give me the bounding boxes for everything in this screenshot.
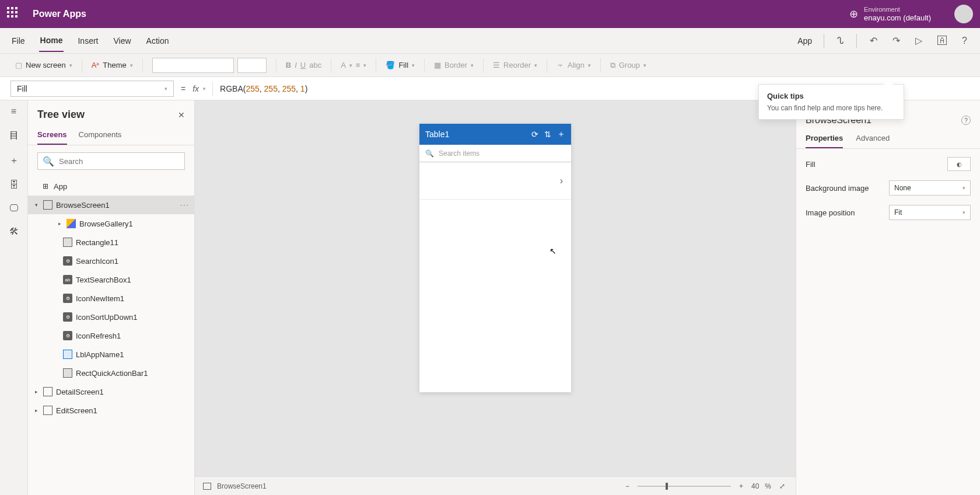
user-avatar[interactable] xyxy=(954,5,973,23)
sort-icon[interactable]: ⇅ xyxy=(544,130,551,139)
strikethrough-button[interactable]: abc xyxy=(309,61,321,69)
border-icon: ▦ xyxy=(434,61,441,69)
tree-node-app[interactable]: ⊞ App xyxy=(28,177,194,196)
main-layout: ≡ ⽬ ＋ 🗄 🖵 🛠 Tree view ✕ Screens Componen… xyxy=(0,100,980,495)
zoom-in-button[interactable]: + xyxy=(737,482,746,490)
bold-button[interactable]: B xyxy=(286,61,291,69)
menu-home[interactable]: Home xyxy=(39,30,64,52)
menu-insert[interactable]: Insert xyxy=(76,30,99,51)
add-icon[interactable]: ＋ xyxy=(557,129,565,140)
new-screen-button[interactable]: New screen▾ xyxy=(26,61,72,69)
tree-node-browsescreen[interactable]: ▾ BrowseScreen1 ··· xyxy=(28,196,194,214)
reorder-icon: ☰ xyxy=(493,61,500,69)
play-icon[interactable]: ▷ xyxy=(913,33,925,48)
phone-preview[interactable]: Table1 ⟳ ⇅ ＋ 🔍 Search items › xyxy=(419,124,571,392)
tree-node-rectquickactionbar1[interactable]: RectQuickActionBar1 xyxy=(28,364,194,382)
zoom-slider[interactable] xyxy=(638,486,731,487)
prop-tab-properties[interactable]: Properties xyxy=(806,134,843,148)
tree-node-iconrefresh1[interactable]: ⚙ IconRefresh1 xyxy=(28,326,194,345)
phone-header: Table1 ⟳ ⇅ ＋ xyxy=(419,124,571,145)
tree-close-icon[interactable]: ✕ xyxy=(178,110,185,120)
formula-bar: Fill▾ = fx▾ RGBA(255, 255, 255, 1) Quick… xyxy=(0,77,980,100)
search-icon: 🔍 xyxy=(425,149,434,158)
tree-node-detailscreen[interactable]: ▸ DetailScreen1 xyxy=(28,382,194,401)
chevron-right-icon[interactable]: ▸ xyxy=(33,389,40,395)
imgpos-dropdown[interactable]: Fit▾ xyxy=(889,205,971,220)
fill-color-swatch[interactable]: ◐ xyxy=(947,157,971,171)
screen-icon xyxy=(43,200,52,210)
screen-icon xyxy=(43,406,52,415)
chevron-right-icon[interactable]: ▸ xyxy=(56,221,63,226)
menu-action[interactable]: Action xyxy=(145,30,170,51)
waffle-icon[interactable] xyxy=(7,7,21,21)
zoom-out-button[interactable]: − xyxy=(623,482,632,490)
bgimage-dropdown[interactable]: None▾ xyxy=(889,180,971,196)
menu-file[interactable]: File xyxy=(10,30,26,51)
font-size-select[interactable] xyxy=(237,58,267,73)
search-icon: 🔍 xyxy=(43,156,54,167)
group-button[interactable]: Group▾ xyxy=(619,61,646,69)
align-icon: ⫟ xyxy=(556,61,564,69)
rail-hamburger-icon[interactable]: ≡ xyxy=(11,106,16,117)
gallery-row[interactable]: › xyxy=(419,162,571,200)
chevron-right-icon[interactable]: ▸ xyxy=(33,407,40,413)
text-align-button[interactable]: ≡▾ xyxy=(356,61,367,69)
share-icon[interactable]: 🄰 xyxy=(935,33,949,48)
tree-node-editscreen[interactable]: ▸ EditScreen1 xyxy=(28,401,194,420)
more-icon[interactable]: ··· xyxy=(180,201,190,209)
undo-icon[interactable]: ↶ xyxy=(867,33,880,48)
fit-screen-icon[interactable]: ⤢ xyxy=(777,482,788,490)
environment-label: Environment xyxy=(864,6,931,13)
rail-media-icon[interactable]: 🖵 xyxy=(9,203,19,214)
app-checker-icon[interactable]: ᔐ xyxy=(835,33,846,48)
help-icon[interactable]: ? xyxy=(960,33,970,48)
tree-node-iconnewitem1[interactable]: ⚙ IconNewItem1 xyxy=(28,289,194,308)
tree-tab-components[interactable]: Components xyxy=(79,126,122,145)
environment-icon: ⊕ xyxy=(849,8,858,20)
tree-search-input[interactable] xyxy=(59,157,180,166)
screen-icon xyxy=(203,483,211,490)
app-header: Power Apps ⊕ Environment enayu.com (defa… xyxy=(0,0,980,28)
tree-node-gallery[interactable]: ▸ BrowseGallery1 xyxy=(28,214,194,233)
border-button[interactable]: Border▾ xyxy=(444,61,474,69)
theme-button[interactable]: Theme▾ xyxy=(103,61,132,69)
info-icon[interactable]: ? xyxy=(961,116,971,125)
font-family-select[interactable] xyxy=(152,58,234,73)
tree-node-searchicon1[interactable]: ⚙ SearchIcon1 xyxy=(28,252,194,270)
tree-node-iconsortupdown1[interactable]: ⚙ IconSortUpDown1 xyxy=(28,308,194,326)
tree-title: Tree view xyxy=(37,109,85,121)
theme-icon: Aᵃ xyxy=(92,61,100,69)
label-icon xyxy=(63,350,72,359)
underline-button[interactable]: U xyxy=(300,61,306,69)
footer-screen-name: BrowseScreen1 xyxy=(217,482,267,490)
tree-node-lblappname1[interactable]: LblAppName1 xyxy=(28,345,194,364)
prop-tab-advanced[interactable]: Advanced xyxy=(856,134,890,148)
refresh-icon[interactable]: ⟳ xyxy=(531,130,538,139)
formula-input[interactable]: RGBA(255, 255, 255, 1) xyxy=(220,84,307,93)
font-color-button[interactable]: A▾ xyxy=(341,61,352,69)
rail-tools-icon[interactable]: 🛠 xyxy=(9,226,19,237)
tree-node-rectangle11[interactable]: Rectangle11 xyxy=(28,233,194,252)
chevron-down-icon[interactable]: ▾ xyxy=(33,202,40,208)
reorder-button[interactable]: Reorder▾ xyxy=(503,61,537,69)
tree-panel: Tree view ✕ Screens Components 🔍 ⊞ App ▾… xyxy=(28,100,195,495)
rail-tree-icon[interactable]: ⽬ xyxy=(9,130,19,142)
left-rail: ≡ ⽬ ＋ 🗄 🖵 🛠 xyxy=(0,100,28,495)
app-settings-button[interactable]: App xyxy=(796,30,813,51)
redo-icon[interactable]: ↷ xyxy=(890,33,902,48)
canvas-stage[interactable]: Table1 ⟳ ⇅ ＋ 🔍 Search items › ↖ xyxy=(195,100,796,476)
fx-button[interactable]: fx▾ xyxy=(192,84,205,93)
environment-picker[interactable]: ⊕ Environment enayu.com (default) xyxy=(849,6,931,23)
fill-button[interactable]: Fill▾ xyxy=(398,61,415,69)
properties-panel: SCREEN BrowseScreen1 ? Properties Advanc… xyxy=(796,100,980,495)
italic-button[interactable]: I xyxy=(295,61,297,69)
menu-view[interactable]: View xyxy=(112,30,132,51)
tree-search[interactable]: 🔍 xyxy=(37,152,185,170)
tree-node-textsearchbox1[interactable]: ab TextSearchBox1 xyxy=(28,270,194,289)
rail-insert-icon[interactable]: ＋ xyxy=(9,155,19,167)
align-button[interactable]: Align▾ xyxy=(568,61,591,69)
property-dropdown[interactable]: Fill▾ xyxy=(10,81,174,97)
phone-search-row[interactable]: 🔍 Search items xyxy=(419,145,571,162)
rail-data-icon[interactable]: 🗄 xyxy=(9,180,19,190)
tree-tab-screens[interactable]: Screens xyxy=(37,126,67,145)
